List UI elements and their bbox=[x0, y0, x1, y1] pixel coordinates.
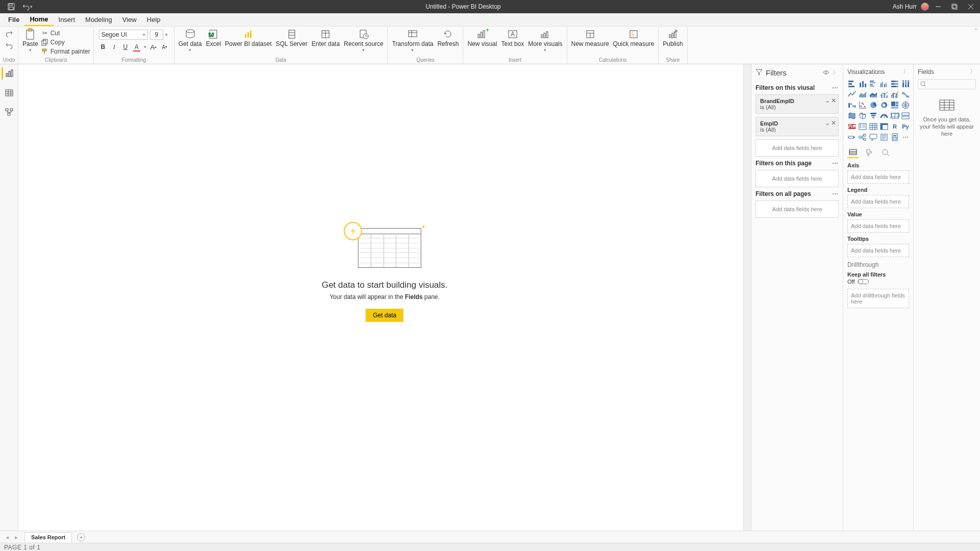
viz-filled-map-icon[interactable] bbox=[847, 111, 857, 120]
model-view-button[interactable] bbox=[2, 106, 17, 118]
fields-search-input[interactable] bbox=[918, 79, 976, 89]
undo-qat-icon[interactable]: ▾ bbox=[21, 1, 34, 13]
filter-expand-icon[interactable]: ⌄ bbox=[825, 119, 830, 127]
underline-button[interactable]: U bbox=[121, 43, 130, 51]
viz-100-stacked-column-icon[interactable] bbox=[901, 79, 910, 88]
viz-line-icon[interactable] bbox=[847, 90, 857, 99]
copy-button[interactable]: Copy bbox=[40, 38, 91, 47]
viz-fields-tab[interactable] bbox=[847, 147, 859, 158]
format-painter-button[interactable]: Format painter bbox=[40, 47, 91, 56]
shrink-font-button[interactable]: A▾ bbox=[161, 43, 169, 51]
more-visuals-button[interactable]: More visuals▾ bbox=[526, 27, 564, 56]
minimize-button[interactable] bbox=[931, 0, 945, 13]
page-prev-button[interactable]: ◂ bbox=[3, 533, 11, 541]
viz-analytics-tab[interactable] bbox=[880, 147, 891, 158]
cut-button[interactable]: ✂Cut bbox=[40, 29, 91, 38]
viz-multi-row-card-icon[interactable] bbox=[901, 111, 910, 120]
filters-collapse-icon[interactable]: 〉 bbox=[833, 68, 839, 77]
viz-area-icon[interactable] bbox=[858, 90, 867, 99]
report-view-button[interactable] bbox=[2, 67, 17, 80]
excel-button[interactable]: XExcel bbox=[204, 27, 223, 56]
filter-card-empid[interactable]: EmpID is (All) ⌄✕ bbox=[756, 117, 839, 136]
viz-qa-icon[interactable] bbox=[869, 133, 878, 142]
viz-donut-icon[interactable] bbox=[880, 101, 889, 110]
pbi-dataset-button[interactable]: Power BI dataset bbox=[223, 27, 273, 56]
paste-button[interactable]: Paste▾ bbox=[20, 27, 40, 56]
viz-r-script-icon[interactable]: R bbox=[890, 122, 899, 131]
viz-table-icon[interactable] bbox=[869, 122, 878, 131]
viz-shape-map-icon[interactable] bbox=[858, 111, 867, 120]
viz-slicer-icon[interactable] bbox=[858, 122, 867, 131]
viz-python-icon[interactable]: Py bbox=[901, 122, 910, 131]
viz-format-tab[interactable] bbox=[864, 147, 875, 158]
viz-card-icon[interactable]: 123 bbox=[890, 111, 899, 120]
viz-stacked-column-icon[interactable] bbox=[858, 79, 867, 88]
menu-help[interactable]: Help bbox=[142, 13, 166, 26]
ribbon-collapse-icon[interactable]: ⌃ bbox=[974, 28, 978, 33]
viz-paginated-report-icon[interactable] bbox=[890, 133, 899, 142]
new-measure-button[interactable]: New measure bbox=[569, 27, 611, 56]
viz-more-icon[interactable]: ⋯ bbox=[901, 133, 910, 142]
maximize-button[interactable] bbox=[947, 0, 962, 13]
viz-waterfall-icon[interactable] bbox=[847, 101, 857, 110]
filter-expand-icon[interactable]: ⌄ bbox=[825, 97, 830, 104]
viz-decomposition-tree-icon[interactable] bbox=[858, 133, 867, 142]
add-page-button[interactable]: + bbox=[77, 533, 85, 541]
data-view-button[interactable] bbox=[2, 87, 17, 99]
report-canvas[interactable]: ✦ + Get data to start building visuals. … bbox=[18, 64, 751, 531]
redo-button[interactable] bbox=[5, 29, 14, 38]
filters-on-page-more-icon[interactable]: ⋯ bbox=[832, 160, 839, 167]
filters-on-page-dropzone[interactable]: Add data fields here bbox=[756, 170, 839, 187]
viz-map-icon[interactable] bbox=[901, 101, 910, 110]
drillthrough-well[interactable]: Add drillthrough fields here bbox=[847, 289, 909, 308]
user-name[interactable]: Ash Hurr bbox=[893, 3, 917, 10]
font-color-chevron-icon[interactable]: ▾ bbox=[144, 44, 146, 49]
viz-stacked-bar-icon[interactable] bbox=[847, 79, 857, 88]
undo-button[interactable] bbox=[5, 41, 14, 50]
user-avatar-icon[interactable] bbox=[921, 3, 929, 11]
canvas-vertical-scrollbar[interactable] bbox=[743, 64, 751, 531]
text-box-button[interactable]: AText box bbox=[499, 27, 526, 56]
bold-button[interactable]: B bbox=[99, 43, 107, 51]
value-well[interactable]: Add data fields here bbox=[847, 219, 909, 233]
legend-well[interactable]: Add data fields here bbox=[847, 195, 909, 208]
close-button[interactable] bbox=[964, 0, 978, 13]
axis-well[interactable]: Add data fields here bbox=[847, 170, 909, 184]
viz-ribbon-icon[interactable] bbox=[901, 90, 910, 99]
fields-collapse-icon[interactable]: 〉 bbox=[970, 67, 976, 76]
publish-button[interactable]: Publish bbox=[661, 27, 685, 56]
font-color-button[interactable]: A bbox=[133, 43, 141, 51]
viz-matrix-icon[interactable] bbox=[880, 122, 889, 131]
new-visual-button[interactable]: +New visual bbox=[465, 27, 499, 56]
viz-line-stacked-column-icon[interactable] bbox=[880, 90, 889, 99]
get-data-canvas-button[interactable]: Get data bbox=[366, 309, 404, 322]
transform-data-button[interactable]: Transform data▾ bbox=[390, 27, 435, 56]
filters-on-all-dropzone[interactable]: Add data fields here bbox=[756, 201, 839, 218]
refresh-button[interactable]: Refresh bbox=[435, 27, 461, 56]
viz-smart-narrative-icon[interactable] bbox=[880, 133, 889, 142]
filter-card-brandempid[interactable]: BrandEmpID is (All) ⌄✕ bbox=[756, 94, 839, 114]
keep-filters-toggle[interactable] bbox=[858, 279, 869, 284]
viz-stacked-area-icon[interactable] bbox=[869, 90, 878, 99]
filters-visibility-icon[interactable] bbox=[822, 69, 830, 77]
enter-data-button[interactable]: Enter data bbox=[310, 27, 342, 56]
menu-modeling[interactable]: Modeling bbox=[80, 13, 117, 26]
viz-clustered-column-icon[interactable] bbox=[880, 79, 889, 88]
grow-font-button[interactable]: A▴ bbox=[149, 43, 158, 51]
menu-home[interactable]: Home bbox=[24, 13, 53, 26]
viz-100-stacked-bar-icon[interactable] bbox=[890, 79, 899, 88]
filter-remove-icon[interactable]: ✕ bbox=[831, 97, 836, 104]
viz-pie-icon[interactable] bbox=[869, 101, 878, 110]
get-data-button[interactable]: Get data▾ bbox=[177, 27, 204, 56]
quick-measure-button[interactable]: Quick measure bbox=[611, 27, 657, 56]
viz-scatter-icon[interactable] bbox=[858, 101, 867, 110]
sql-server-button[interactable]: SQL Server bbox=[273, 27, 309, 56]
font-size-select[interactable]: 9 bbox=[150, 30, 163, 40]
tooltips-well[interactable]: Add data fields here bbox=[847, 244, 909, 257]
page-tab-sales-report[interactable]: Sales Report bbox=[24, 532, 72, 542]
recent-sources-button[interactable]: Recent source▾ bbox=[342, 27, 385, 56]
filters-on-visual-more-icon[interactable]: ⋯ bbox=[832, 84, 839, 91]
font-name-select[interactable]: Segoe UI▾ bbox=[99, 30, 148, 40]
viz-clustered-bar-icon[interactable] bbox=[869, 79, 878, 88]
page-next-button[interactable]: ▸ bbox=[12, 533, 20, 541]
